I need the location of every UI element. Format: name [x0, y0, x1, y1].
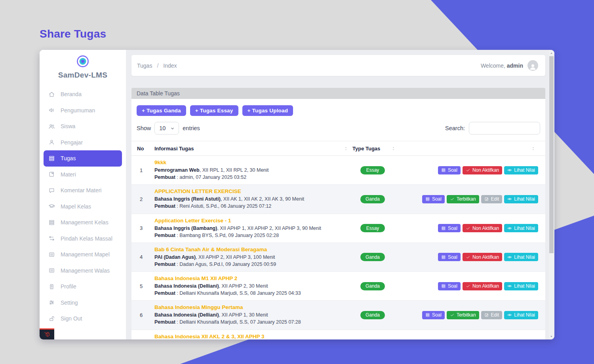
header-actions[interactable]	[400, 141, 540, 155]
page-size-value: 10	[159, 125, 166, 131]
sidebar-item-siswa[interactable]: Siswa	[40, 118, 126, 135]
terbitkan-button[interactable]: Terbitkan	[447, 311, 479, 319]
lihat-nilai-button[interactable]: Lihat Nilai	[504, 311, 538, 319]
breadcrumb-tugas[interactable]: Tugas	[137, 63, 152, 69]
sidebar-item-materi[interactable]: Materi	[40, 167, 126, 183]
sort-icon[interactable]	[531, 146, 536, 152]
add-tugas-essay-button[interactable]: + Tugas Essay	[190, 105, 238, 116]
sidebar-item-tugas[interactable]: Tugas	[44, 150, 122, 167]
page-title: Share Tugas	[40, 28, 106, 40]
type-badge: Essay	[360, 224, 385, 232]
sidebar-item-label: Setting	[61, 300, 78, 306]
add-tugas-ganda-button[interactable]: + Tugas Ganda	[137, 105, 186, 116]
brand: SamDev-LMS	[40, 55, 126, 80]
sliders-icon	[48, 299, 55, 306]
stack-icon	[441, 255, 446, 260]
triangle-up-icon	[550, 51, 553, 55]
sidebar-item-label: Beranda	[61, 91, 82, 97]
lihat-nilai-button[interactable]: Lihat Nilai	[504, 224, 538, 232]
soal-button[interactable]: Soal	[422, 311, 445, 319]
list-box-icon	[48, 251, 55, 258]
scrollbar-thumb[interactable]	[549, 56, 554, 253]
stack-icon	[425, 197, 430, 201]
breadcrumb-index: Index	[163, 63, 177, 69]
sidebar-item-komentar-materi[interactable]: Komentar Materi	[40, 182, 126, 199]
vertical-scrollbar[interactable]	[549, 51, 554, 339]
task-title-link[interactable]: Application Letter Exercise - 1	[154, 218, 352, 224]
edit-button[interactable]: Edit	[481, 195, 503, 203]
sidebar-item-label: Komentar Materi	[61, 187, 101, 193]
type-badge: Ganda	[360, 282, 385, 290]
type-badge: Ganda	[360, 253, 385, 261]
sidebar-item-management-walas[interactable]: Management Walas	[40, 263, 126, 279]
sort-icon[interactable]	[391, 146, 396, 152]
sort-icon[interactable]	[343, 146, 348, 152]
soal-button[interactable]: Soal	[438, 253, 461, 261]
sidebar-item-pindah-kelas-massal[interactable]: Pindah Kelas Massal	[40, 231, 126, 247]
breadcrumb: Tugas / Index	[137, 63, 177, 69]
soal-button[interactable]: Soal	[438, 224, 461, 232]
sidebar-item-management-mapel[interactable]: Management Mapel	[40, 246, 126, 263]
header-type-tugas[interactable]: Type Tugas	[352, 141, 400, 155]
laravel-icon	[44, 331, 50, 338]
sidebar-item-beranda[interactable]: Beranda	[40, 86, 126, 102]
table-row: 2 APPLICATION LETTER EXERCISE Bahasa Ing…	[131, 185, 545, 214]
user-menu[interactable]: Welcome, admin	[481, 60, 538, 71]
non-aktifkan-button[interactable]: Non Aktifkan	[463, 224, 502, 232]
username: admin	[507, 63, 523, 69]
page-size-select[interactable]: 10	[154, 122, 179, 135]
sidebar-item-management-kelas[interactable]: Management Kelas	[40, 214, 126, 231]
app-logo-icon	[76, 55, 89, 68]
lihat-nilai-button[interactable]: Lihat Nilai	[504, 166, 538, 174]
check-icon	[450, 197, 455, 201]
graduation-cap-icon	[48, 203, 55, 210]
type-badge: Ganda	[360, 195, 385, 203]
sidebar-item-pengajar[interactable]: Pengajar	[40, 135, 126, 151]
task-title-link[interactable]: Bahasa Indonesia XII AKL 2 & 3, XII APHP…	[154, 334, 352, 339]
table-row: 7 Bahasa Indonesia XII AKL 2 & 3, XII AP…	[131, 330, 545, 340]
type-badge: Ganda	[360, 311, 385, 319]
table-row: 5 Bahasa Indonesia M1 XII APHP 2 Bahasa …	[131, 272, 545, 301]
sidebar-item-profile[interactable]: Profile	[40, 279, 126, 295]
header-no: No	[137, 141, 154, 155]
non-aktifkan-button[interactable]: Non Aktifkan	[463, 253, 502, 261]
task-title-link[interactable]: APPLICATION LETTER EXERCISE	[154, 188, 352, 194]
search-input[interactable]	[469, 122, 540, 135]
lihat-nilai-button[interactable]: Lihat Nilai	[504, 195, 538, 203]
sidebar-item-label: Materi	[61, 171, 76, 178]
sidebar-item-setting[interactable]: Setting	[40, 295, 126, 311]
eye-icon	[507, 313, 512, 317]
check-icon	[466, 226, 470, 231]
laravel-debugbar-toggle[interactable]	[40, 328, 54, 339]
non-aktifkan-button[interactable]: Non Aktifkan	[463, 166, 502, 174]
task-title-link[interactable]: Bab 6 Cinta Tanah Air & Moderasi Beragam…	[154, 246, 352, 252]
user-icon	[48, 139, 55, 146]
sidebar-item-label: Pengumuman	[61, 107, 95, 114]
sidebar-item-label: Pengajar	[61, 139, 83, 146]
lihat-nilai-button[interactable]: Lihat Nilai	[504, 253, 538, 261]
edit-button[interactable]: Edit	[481, 311, 503, 319]
edit-icon	[484, 313, 489, 317]
sidebar-item-sign-out[interactable]: Sign Out	[40, 311, 126, 327]
soal-button[interactable]: Soal	[422, 195, 445, 203]
task-title-link[interactable]: Bahasa Indonesia Minggu Pertama	[154, 304, 352, 310]
sidebar-item-label: Management Mapel	[61, 251, 110, 258]
non-aktifkan-button[interactable]: Non Aktifkan	[463, 282, 502, 290]
terbitkan-button[interactable]: Terbitkan	[447, 195, 479, 203]
scroll-down-arrow[interactable]	[549, 334, 554, 339]
lihat-nilai-button[interactable]: Lihat Nilai	[504, 282, 538, 290]
sidebar-item-pengumuman[interactable]: Pengumuman	[40, 102, 126, 119]
header-informasi-tugas[interactable]: Informasi Tugas	[154, 141, 352, 155]
scroll-up-arrow[interactable]	[549, 51, 554, 55]
sidebar-item-label: Sign Out	[61, 315, 82, 322]
sidebar-item-mapel-kelas[interactable]: Mapel Kelas	[40, 199, 126, 215]
swap-arrows-icon	[48, 235, 55, 242]
task-title-link[interactable]: Bahasa Indonesia M1 XII APHP 2	[154, 275, 352, 281]
data-table-panel: Data Table Tugas + Tugas Ganda + Tugas E…	[131, 88, 545, 339]
task-title-link[interactable]: 9kkk	[154, 159, 352, 165]
soal-button[interactable]: Soal	[438, 282, 461, 290]
avatar[interactable]	[527, 60, 538, 71]
soal-button[interactable]: Soal	[438, 166, 461, 174]
add-tugas-upload-button[interactable]: + Tugas Upload	[242, 105, 293, 116]
table-header-row: No Informasi Tugas Type Tugas	[131, 141, 545, 156]
